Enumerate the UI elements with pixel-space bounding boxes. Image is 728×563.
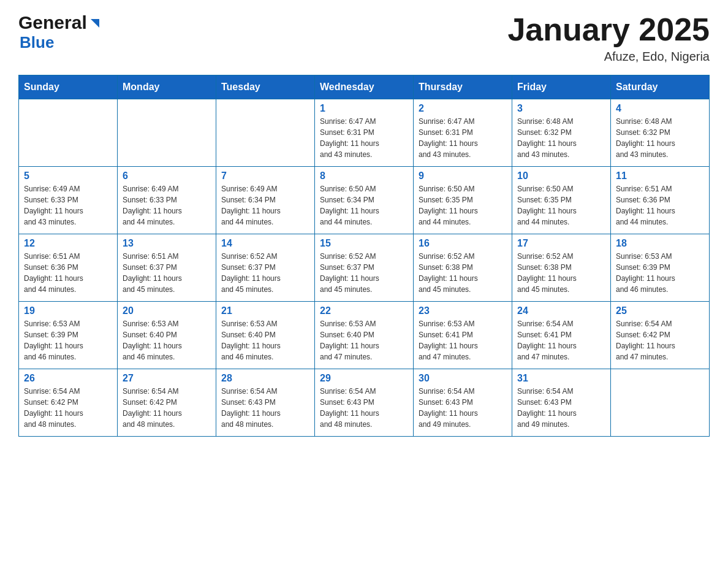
day-number: 31 bbox=[517, 373, 605, 384]
day-number: 29 bbox=[320, 373, 408, 384]
calendar-cell: 17Sunrise: 6:52 AM Sunset: 6:38 PM Dayli… bbox=[512, 234, 611, 302]
day-number: 11 bbox=[616, 170, 704, 182]
day-number: 9 bbox=[419, 170, 507, 182]
day-number: 21 bbox=[221, 305, 309, 316]
day-info: Sunrise: 6:53 AM Sunset: 6:40 PM Dayligh… bbox=[123, 318, 211, 362]
calendar-cell: 11Sunrise: 6:51 AM Sunset: 6:36 PM Dayli… bbox=[611, 167, 710, 234]
weekday-header-tuesday: Tuesday bbox=[216, 75, 315, 99]
day-number: 14 bbox=[221, 238, 309, 249]
day-number: 13 bbox=[123, 238, 211, 249]
day-info: Sunrise: 6:52 AM Sunset: 6:37 PM Dayligh… bbox=[221, 251, 309, 295]
calendar-week-row: 12Sunrise: 6:51 AM Sunset: 6:36 PM Dayli… bbox=[19, 234, 710, 302]
logo: General Blue bbox=[18, 12, 102, 52]
day-number: 16 bbox=[419, 238, 507, 249]
calendar-cell: 15Sunrise: 6:52 AM Sunset: 6:37 PM Dayli… bbox=[315, 234, 414, 302]
calendar-cell: 2Sunrise: 6:47 AM Sunset: 6:31 PM Daylig… bbox=[414, 99, 512, 167]
day-info: Sunrise: 6:53 AM Sunset: 6:41 PM Dayligh… bbox=[419, 318, 507, 362]
day-info: Sunrise: 6:54 AM Sunset: 6:43 PM Dayligh… bbox=[221, 386, 309, 430]
calendar-week-row: 5Sunrise: 6:49 AM Sunset: 6:33 PM Daylig… bbox=[19, 167, 710, 234]
calendar-cell: 6Sunrise: 6:49 AM Sunset: 6:33 PM Daylig… bbox=[118, 167, 216, 234]
calendar-cell: 25Sunrise: 6:54 AM Sunset: 6:42 PM Dayli… bbox=[611, 302, 710, 369]
day-info: Sunrise: 6:54 AM Sunset: 6:43 PM Dayligh… bbox=[419, 386, 507, 430]
weekday-header-wednesday: Wednesday bbox=[315, 75, 414, 99]
logo-triangle-icon bbox=[88, 17, 102, 30]
day-number: 18 bbox=[616, 238, 704, 249]
calendar-cell: 28Sunrise: 6:54 AM Sunset: 6:43 PM Dayli… bbox=[216, 369, 315, 437]
day-info: Sunrise: 6:54 AM Sunset: 6:43 PM Dayligh… bbox=[320, 386, 408, 430]
calendar-cell: 8Sunrise: 6:50 AM Sunset: 6:34 PM Daylig… bbox=[315, 167, 414, 234]
calendar-cell: 4Sunrise: 6:48 AM Sunset: 6:32 PM Daylig… bbox=[611, 99, 710, 167]
calendar-subtitle: Afuze, Edo, Nigeria bbox=[507, 50, 710, 64]
svg-marker-0 bbox=[91, 19, 99, 28]
day-number: 19 bbox=[24, 305, 112, 316]
calendar-cell: 20Sunrise: 6:53 AM Sunset: 6:40 PM Dayli… bbox=[118, 302, 216, 369]
day-number: 4 bbox=[616, 103, 704, 114]
calendar-cell: 1Sunrise: 6:47 AM Sunset: 6:31 PM Daylig… bbox=[315, 99, 414, 167]
day-info: Sunrise: 6:47 AM Sunset: 6:31 PM Dayligh… bbox=[320, 116, 408, 160]
calendar-cell bbox=[19, 99, 118, 167]
weekday-header-sunday: Sunday bbox=[19, 75, 118, 99]
calendar-week-row: 26Sunrise: 6:54 AM Sunset: 6:42 PM Dayli… bbox=[19, 369, 710, 437]
day-info: Sunrise: 6:50 AM Sunset: 6:35 PM Dayligh… bbox=[517, 183, 605, 228]
day-info: Sunrise: 6:49 AM Sunset: 6:33 PM Dayligh… bbox=[24, 183, 112, 228]
day-number: 26 bbox=[24, 373, 112, 384]
calendar-cell: 5Sunrise: 6:49 AM Sunset: 6:33 PM Daylig… bbox=[19, 167, 118, 234]
day-number: 1 bbox=[320, 103, 408, 114]
logo-blue-text: Blue bbox=[20, 33, 54, 52]
day-info: Sunrise: 6:54 AM Sunset: 6:43 PM Dayligh… bbox=[517, 386, 605, 430]
calendar-cell bbox=[118, 99, 216, 167]
day-number: 15 bbox=[320, 238, 408, 249]
day-info: Sunrise: 6:53 AM Sunset: 6:39 PM Dayligh… bbox=[24, 318, 112, 362]
logo-general-text: General bbox=[18, 12, 87, 33]
day-number: 22 bbox=[320, 305, 408, 316]
calendar-cell: 23Sunrise: 6:53 AM Sunset: 6:41 PM Dayli… bbox=[414, 302, 512, 369]
day-info: Sunrise: 6:52 AM Sunset: 6:38 PM Dayligh… bbox=[419, 251, 507, 295]
calendar-cell: 9Sunrise: 6:50 AM Sunset: 6:35 PM Daylig… bbox=[414, 167, 512, 234]
day-info: Sunrise: 6:50 AM Sunset: 6:35 PM Dayligh… bbox=[419, 183, 507, 228]
day-info: Sunrise: 6:53 AM Sunset: 6:39 PM Dayligh… bbox=[616, 251, 704, 295]
calendar-cell: 3Sunrise: 6:48 AM Sunset: 6:32 PM Daylig… bbox=[512, 99, 611, 167]
calendar-cell bbox=[611, 369, 710, 437]
day-info: Sunrise: 6:51 AM Sunset: 6:37 PM Dayligh… bbox=[123, 251, 211, 295]
day-number: 6 bbox=[123, 170, 211, 182]
calendar-cell: 21Sunrise: 6:53 AM Sunset: 6:40 PM Dayli… bbox=[216, 302, 315, 369]
calendar-cell: 13Sunrise: 6:51 AM Sunset: 6:37 PM Dayli… bbox=[118, 234, 216, 302]
day-number: 3 bbox=[517, 103, 605, 114]
calendar-cell: 30Sunrise: 6:54 AM Sunset: 6:43 PM Dayli… bbox=[414, 369, 512, 437]
page-header: General Blue January 2025 Afuze, Edo, Ni… bbox=[18, 12, 710, 64]
calendar-week-row: 1Sunrise: 6:47 AM Sunset: 6:31 PM Daylig… bbox=[19, 99, 710, 167]
weekday-header-friday: Friday bbox=[512, 75, 611, 99]
weekday-header-saturday: Saturday bbox=[611, 75, 710, 99]
day-info: Sunrise: 6:54 AM Sunset: 6:42 PM Dayligh… bbox=[24, 386, 112, 430]
day-info: Sunrise: 6:54 AM Sunset: 6:41 PM Dayligh… bbox=[517, 318, 605, 362]
day-number: 28 bbox=[221, 373, 309, 384]
calendar-title-block: January 2025 Afuze, Edo, Nigeria bbox=[507, 12, 710, 64]
day-number: 30 bbox=[419, 373, 507, 384]
day-number: 23 bbox=[419, 305, 507, 316]
day-number: 12 bbox=[24, 238, 112, 249]
weekday-header-monday: Monday bbox=[118, 75, 216, 99]
day-number: 27 bbox=[123, 373, 211, 384]
day-number: 17 bbox=[517, 238, 605, 249]
day-info: Sunrise: 6:52 AM Sunset: 6:37 PM Dayligh… bbox=[320, 251, 408, 295]
day-info: Sunrise: 6:50 AM Sunset: 6:34 PM Dayligh… bbox=[320, 183, 408, 228]
weekday-header-row: SundayMondayTuesdayWednesdayThursdayFrid… bbox=[19, 75, 710, 99]
day-info: Sunrise: 6:53 AM Sunset: 6:40 PM Dayligh… bbox=[221, 318, 309, 362]
day-info: Sunrise: 6:52 AM Sunset: 6:38 PM Dayligh… bbox=[517, 251, 605, 295]
calendar-cell: 18Sunrise: 6:53 AM Sunset: 6:39 PM Dayli… bbox=[611, 234, 710, 302]
weekday-header-thursday: Thursday bbox=[414, 75, 512, 99]
calendar-cell: 16Sunrise: 6:52 AM Sunset: 6:38 PM Dayli… bbox=[414, 234, 512, 302]
day-info: Sunrise: 6:49 AM Sunset: 6:33 PM Dayligh… bbox=[123, 183, 211, 228]
calendar-table: SundayMondayTuesdayWednesdayThursdayFrid… bbox=[18, 75, 710, 437]
calendar-cell: 31Sunrise: 6:54 AM Sunset: 6:43 PM Dayli… bbox=[512, 369, 611, 437]
day-number: 25 bbox=[616, 305, 704, 316]
calendar-week-row: 19Sunrise: 6:53 AM Sunset: 6:39 PM Dayli… bbox=[19, 302, 710, 369]
day-info: Sunrise: 6:54 AM Sunset: 6:42 PM Dayligh… bbox=[616, 318, 704, 362]
day-number: 10 bbox=[517, 170, 605, 182]
day-number: 5 bbox=[24, 170, 112, 182]
calendar-cell: 24Sunrise: 6:54 AM Sunset: 6:41 PM Dayli… bbox=[512, 302, 611, 369]
calendar-cell: 26Sunrise: 6:54 AM Sunset: 6:42 PM Dayli… bbox=[19, 369, 118, 437]
day-info: Sunrise: 6:48 AM Sunset: 6:32 PM Dayligh… bbox=[517, 116, 605, 160]
calendar-cell: 27Sunrise: 6:54 AM Sunset: 6:42 PM Dayli… bbox=[118, 369, 216, 437]
calendar-cell: 29Sunrise: 6:54 AM Sunset: 6:43 PM Dayli… bbox=[315, 369, 414, 437]
